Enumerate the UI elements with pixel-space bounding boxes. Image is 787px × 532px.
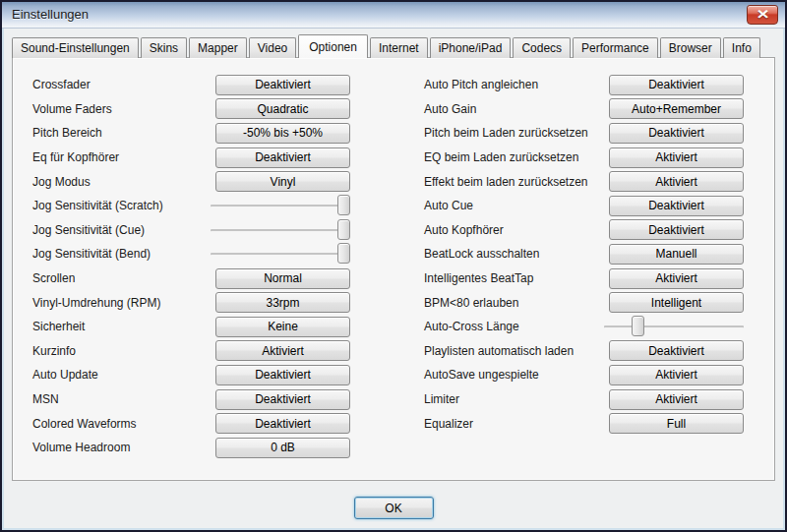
setting-label: Kurzinfo: [32, 344, 215, 358]
setting-button-equalizer[interactable]: Full: [609, 413, 744, 434]
setting-button-effekt-beim-laden-zurücksetzen[interactable]: Aktiviert: [609, 171, 744, 192]
setting-row-playlisten-automatisch-laden: Playlisten automatisch ladenDeaktiviert: [424, 339, 744, 364]
setting-row-scrollen: ScrollenNormal: [32, 266, 350, 291]
setting-label: Auto Gain: [424, 102, 609, 116]
setting-label: Auto Cue: [424, 199, 609, 212]
tab-video[interactable]: Video: [249, 37, 296, 58]
setting-button-sicherheit[interactable]: Keine: [215, 317, 350, 337]
tab-skins[interactable]: Skins: [141, 37, 187, 58]
tab-bar: Sound-EinstellungenSkinsMapperVideoOptio…: [12, 33, 775, 57]
setting-button-auto-kopfhörer[interactable]: Deaktiviert: [609, 219, 744, 240]
tab-sound-einstellungen[interactable]: Sound-Einstellungen: [12, 37, 139, 58]
setting-button-auto-gain[interactable]: Auto+Remember: [609, 98, 744, 119]
setting-row-jog-sensitivität-bend: Jog Sensitivität (Bend): [32, 242, 350, 266]
setting-button-limiter[interactable]: Aktiviert: [609, 389, 744, 410]
setting-row-pitch-beim-laden-zurücksetzen: Pitch beim Laden zurücksetzenDeaktiviert: [424, 121, 744, 146]
tab-performance[interactable]: Performance: [573, 37, 658, 58]
setting-label: Auto Update: [32, 368, 215, 382]
setting-label: AutoSave ungespielte: [424, 368, 609, 382]
tab-internet[interactable]: Internet: [370, 37, 428, 58]
tab-iphone-ipad[interactable]: iPhone/iPad: [430, 37, 512, 58]
ok-button[interactable]: OK: [354, 497, 434, 519]
setting-label: Auto Pitch angleichen: [424, 78, 609, 91]
slider-auto-cross-länge[interactable]: [604, 315, 744, 338]
tab-info[interactable]: Info: [723, 37, 760, 58]
setting-label: MSN: [32, 392, 215, 406]
setting-row-pitch-bereich: Pitch Bereich-50% bis +50%: [32, 121, 350, 146]
setting-button-playlisten-automatisch-laden[interactable]: Deaktiviert: [609, 340, 744, 361]
setting-label: Crossfader: [32, 78, 215, 91]
setting-label: Scrollen: [32, 271, 215, 285]
setting-row-msn: MSNDeaktiviert: [32, 387, 350, 412]
setting-label: EQ beim Laden zurücksetzen: [424, 150, 609, 164]
slider-thumb[interactable]: [337, 243, 350, 264]
setting-button-intelligentes-beattap[interactable]: Aktiviert: [609, 268, 744, 289]
setting-label: Auto-Cross Länge: [424, 320, 609, 333]
setting-button-autosave-ungespielte[interactable]: Aktiviert: [609, 365, 744, 385]
setting-button-colored-waveforms[interactable]: Deaktiviert: [215, 413, 350, 434]
setting-row-colored-waveforms: Colored WaveformsDeaktiviert: [32, 411, 350, 436]
setting-label: Playlisten automatisch laden: [424, 344, 609, 358]
tab-browser[interactable]: Browser: [660, 37, 721, 58]
setting-button-pitch-bereich[interactable]: -50% bis +50%: [215, 123, 350, 144]
close-icon: ✕: [756, 6, 769, 24]
setting-button-pitch-beim-laden-zurücksetzen[interactable]: Deaktiviert: [609, 123, 744, 144]
setting-label: Jog Sensitivität (Scratch): [32, 199, 215, 212]
setting-button-crossfader[interactable]: Deaktiviert: [215, 75, 350, 95]
setting-label: Intelligentes BeatTap: [424, 271, 609, 285]
setting-row-jog-sensitivität-scratch: Jog Sensitivität (Scratch): [32, 194, 350, 218]
setting-button-volume-headroom[interactable]: 0 dB: [215, 438, 350, 458]
setting-label: Equalizer: [424, 417, 609, 431]
setting-button-auto-update[interactable]: Deaktiviert: [215, 365, 350, 385]
setting-row-intelligentes-beattap: Intelligentes BeatTapAktiviert: [424, 266, 744, 291]
setting-row-autosave-ungespielte: AutoSave ungespielteAktiviert: [424, 363, 744, 387]
setting-button-eq-für-kopfhörer[interactable]: Deaktiviert: [215, 148, 350, 168]
setting-button-volume-faders[interactable]: Quadratic: [215, 98, 350, 119]
setting-row-jog-modus: Jog ModusVinyl: [32, 169, 350, 194]
slider-thumb[interactable]: [632, 316, 644, 336]
setting-row-jog-sensitivität-cue: Jog Sensitivität (Cue): [32, 218, 350, 243]
setting-button-auto-cue[interactable]: Deaktiviert: [609, 196, 744, 216]
setting-button-beatlock-ausschalten[interactable]: Manuell: [609, 244, 744, 265]
slider-thumb[interactable]: [337, 195, 350, 215]
slider-jog-sensitivität-cue[interactable]: [211, 218, 350, 242]
slider-jog-sensitivität-scratch[interactable]: [211, 194, 350, 217]
setting-label: Volume Faders: [32, 102, 215, 116]
setting-button-msn[interactable]: Deaktiviert: [215, 389, 350, 410]
tab-optionen[interactable]: Optionen: [298, 34, 368, 58]
setting-label: Vinyl-Umdrehung (RPM): [32, 296, 215, 310]
setting-button-auto-pitch-angleichen[interactable]: Deaktiviert: [609, 75, 744, 95]
setting-button-vinyl-umdrehung-rpm[interactable]: 33rpm: [215, 292, 350, 313]
setting-button-kurzinfo[interactable]: Aktiviert: [215, 340, 350, 361]
slider-track: [604, 325, 744, 328]
window-title: Einstellungen: [12, 7, 89, 22]
setting-label: Eq für Kopfhörer: [32, 150, 215, 164]
setting-row-auto-cue: Auto CueDeaktiviert: [424, 194, 744, 218]
settings-column-right: Auto Pitch angleichenDeaktiviertAuto Gai…: [424, 73, 744, 436]
slider-jog-sensitivität-bend[interactable]: [211, 242, 350, 266]
tab-mapper[interactable]: Mapper: [189, 37, 247, 58]
setting-row-effekt-beim-laden-zurücksetzen: Effekt beim laden zurücksetzenAktiviert: [424, 169, 744, 194]
tab-codecs[interactable]: Codecs: [513, 37, 571, 58]
setting-row-volume-faders: Volume FadersQuadratic: [32, 97, 350, 122]
slider-track: [211, 229, 350, 232]
setting-button-jog-modus[interactable]: Vinyl: [215, 171, 350, 192]
setting-button-eq-beim-laden-zurücksetzen[interactable]: Aktiviert: [609, 148, 744, 168]
title-bar[interactable]: Einstellungen ✕: [2, 2, 785, 29]
setting-label: Effekt beim laden zurücksetzen: [424, 175, 609, 189]
setting-row-volume-headroom: Volume Headroom0 dB: [32, 436, 350, 460]
setting-label: BPM<80 erlauben: [424, 296, 609, 310]
setting-row-equalizer: EqualizerFull: [424, 411, 744, 436]
settings-column-left: CrossfaderDeaktiviertVolume FadersQuadra…: [32, 73, 350, 460]
close-button[interactable]: ✕: [747, 5, 778, 25]
slider-track: [211, 253, 350, 256]
slider-thumb[interactable]: [337, 219, 350, 240]
setting-button-scrollen[interactable]: Normal: [215, 268, 350, 289]
setting-button-bpm-80-erlauben[interactable]: Intelligent: [609, 292, 744, 313]
setting-row-auto-cross-länge: Auto-Cross Länge: [424, 315, 744, 339]
setting-label: Limiter: [424, 392, 609, 406]
setting-label: Jog Sensitivität (Cue): [32, 223, 215, 237]
setting-row-eq-für-kopfhörer: Eq für KopfhörerDeaktiviert: [32, 146, 350, 170]
setting-row-eq-beim-laden-zurücksetzen: EQ beim Laden zurücksetzenAktiviert: [424, 146, 744, 170]
setting-label: Jog Modus: [32, 175, 215, 189]
